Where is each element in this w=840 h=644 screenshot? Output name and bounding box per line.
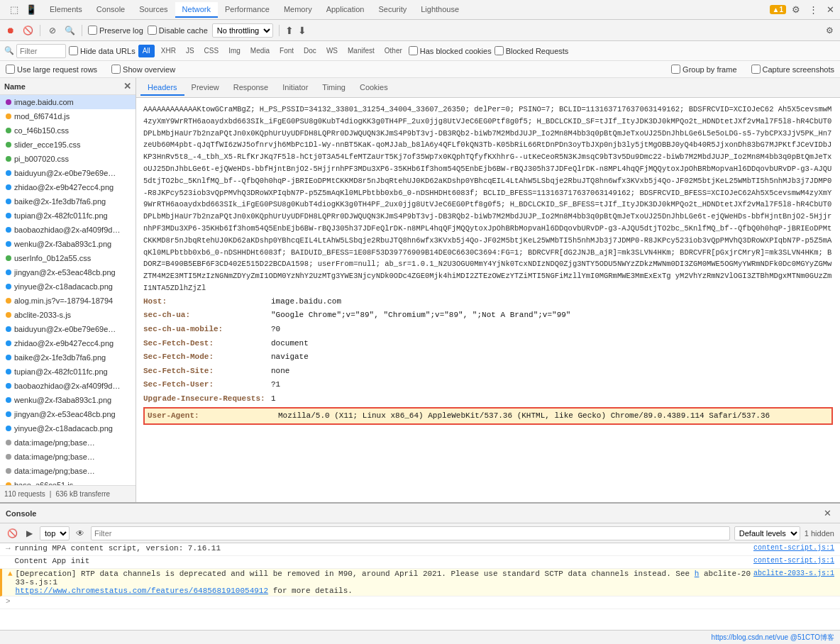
tab-elements[interactable]: Elements bbox=[43, 2, 89, 18]
import-btn[interactable]: ⬆ bbox=[285, 25, 294, 36]
request-item[interactable]: wenku@2x-f3aba893c1.png bbox=[0, 237, 136, 251]
blocked-requests-checkbox[interactable] bbox=[494, 46, 504, 55]
clear-btn[interactable]: 🚫 bbox=[21, 24, 34, 37]
close-panel-btn[interactable]: ✕ bbox=[123, 81, 131, 91]
tab-application[interactable]: Application bbox=[319, 2, 372, 18]
tab-cookies[interactable]: Cookies bbox=[353, 80, 395, 96]
large-rows-checkbox[interactable] bbox=[6, 65, 15, 74]
network-settings-icon[interactable]: ⚙ bbox=[823, 24, 836, 37]
preserve-log-checkbox[interactable] bbox=[88, 26, 97, 35]
disable-cache-checkbox[interactable] bbox=[148, 26, 157, 35]
settings-right-icon[interactable]: ⚙ bbox=[823, 24, 836, 37]
throttling-select[interactable]: No throttling bbox=[212, 23, 273, 38]
console-source-3[interactable]: abclite-2033-s.js:1 bbox=[753, 570, 834, 577]
request-item[interactable]: image.baidu.com bbox=[0, 95, 136, 109]
more-icon[interactable]: ⋮ bbox=[806, 3, 820, 17]
header-field-name: Sec-Fetch-Site: bbox=[143, 365, 271, 378]
request-item[interactable]: alog.min.js?v=-18794-18794 bbox=[0, 294, 136, 308]
filter-ws-btn[interactable]: WS bbox=[323, 45, 341, 57]
record-btn[interactable]: ⏺ bbox=[4, 24, 17, 37]
request-item[interactable]: baiduyun@2x-e0be79e69e… bbox=[0, 322, 136, 336]
preserve-log-label[interactable]: Preserve log bbox=[88, 26, 143, 35]
request-item[interactable]: data:image/png;base… bbox=[0, 464, 136, 478]
console-link-url[interactable]: https://www.chromestatus.com/features/64… bbox=[16, 587, 268, 595]
request-item[interactable]: zhidao@2x-e9b427ecc4.png bbox=[0, 336, 136, 350]
has-blocked-label[interactable]: Has blocked cookies bbox=[409, 46, 492, 55]
tab-initiator[interactable]: Initiator bbox=[275, 80, 315, 96]
tab-preview[interactable]: Preview bbox=[184, 80, 226, 96]
console-link-h[interactable]: h bbox=[695, 570, 700, 578]
tab-response[interactable]: Response bbox=[226, 80, 276, 96]
request-item[interactable]: wenku@2x-f3aba893c1.png bbox=[0, 393, 136, 407]
request-item[interactable]: pi_b007020.css bbox=[0, 152, 136, 166]
request-item[interactable]: baiduyun@2x-e0be79e69e… bbox=[0, 166, 136, 180]
request-item[interactable]: slider_ecce195.css bbox=[0, 138, 136, 152]
tab-performance[interactable]: Performance bbox=[218, 2, 277, 18]
filter-other-btn[interactable]: Other bbox=[381, 45, 406, 57]
console-close-btn[interactable]: ✕ bbox=[820, 506, 834, 521]
request-item[interactable]: co_f46b150.css bbox=[0, 123, 136, 138]
request-item[interactable]: baobaozhidao@2x-af409f9d… bbox=[0, 379, 136, 393]
disable-cache-label[interactable]: Disable cache bbox=[148, 26, 208, 35]
tab-network[interactable]: Network bbox=[175, 2, 218, 18]
filter-icon[interactable]: ⊘ bbox=[46, 24, 59, 37]
request-item[interactable]: mod_6f6741d.js bbox=[0, 109, 136, 123]
group-by-frame-option[interactable]: Group by frame bbox=[671, 65, 736, 74]
tab-memory[interactable]: Memory bbox=[277, 2, 319, 18]
tab-timing[interactable]: Timing bbox=[315, 80, 353, 96]
tab-sources[interactable]: Sources bbox=[132, 2, 175, 18]
filter-css-btn[interactable]: CSS bbox=[201, 45, 223, 57]
request-item[interactable]: tupian@2x-482fc011fc.png bbox=[0, 209, 136, 223]
device-icon[interactable]: 📱 bbox=[24, 3, 38, 17]
large-rows-option[interactable]: Use large request rows bbox=[6, 65, 97, 74]
group-by-frame-checkbox[interactable] bbox=[671, 65, 680, 74]
console-clear-btn[interactable]: 🚫 bbox=[6, 527, 18, 540]
request-item[interactable]: tupian@2x-482fc011fc.png bbox=[0, 365, 136, 379]
request-item[interactable]: baike@2x-1fe3db7fa6.png bbox=[0, 194, 136, 209]
capture-screenshots-option[interactable]: Capture screenshots bbox=[751, 65, 835, 74]
filter-media-btn[interactable]: Media bbox=[247, 45, 273, 57]
filter-xhr-btn[interactable]: XHR bbox=[158, 45, 179, 57]
console-source-2[interactable]: content-script.js:1 bbox=[753, 557, 834, 565]
tab-headers[interactable]: Headers bbox=[140, 80, 184, 96]
close-icon[interactable]: ✕ bbox=[823, 3, 837, 17]
request-item[interactable]: yinyue@2x-c18adacacb.png bbox=[0, 421, 136, 435]
filter-manifest-btn[interactable]: Manifest bbox=[344, 45, 378, 57]
request-item[interactable]: jingyan@2x-e53eac48cb.png bbox=[0, 407, 136, 421]
request-item[interactable]: abclite-2033-s.js bbox=[0, 308, 136, 322]
filter-js-btn[interactable]: JS bbox=[182, 45, 198, 57]
settings-icon[interactable]: ⚙ bbox=[789, 3, 803, 17]
tab-console[interactable]: Console bbox=[89, 2, 132, 18]
request-item[interactable]: baobaozhidao@2x-af409f9d… bbox=[0, 223, 136, 237]
has-blocked-checkbox[interactable] bbox=[409, 46, 418, 55]
request-item[interactable]: data:image/png;base… bbox=[0, 435, 136, 450]
console-context-select[interactable]: top bbox=[40, 526, 70, 540]
search-icon[interactable]: 🔍 bbox=[63, 24, 76, 37]
filter-all-btn[interactable]: All bbox=[138, 45, 155, 57]
console-source-1[interactable]: content-script.js:1 bbox=[753, 544, 834, 552]
request-item[interactable]: data:image/png;base… bbox=[0, 450, 136, 464]
request-item[interactable]: yinyue@2x-c18adacacb.png bbox=[0, 279, 136, 294]
request-item[interactable]: base_a66ce51.js bbox=[0, 478, 136, 485]
request-item[interactable]: zhidao@2x-e9b427ecc4.png bbox=[0, 180, 136, 194]
console-eye-icon[interactable]: 👁 bbox=[74, 527, 87, 540]
request-item[interactable]: userInfo_0b12a55.css bbox=[0, 251, 136, 265]
inspect-icon[interactable]: ⬚ bbox=[7, 3, 21, 17]
hide-data-urls-label[interactable]: Hide data URLs bbox=[69, 46, 136, 55]
request-item[interactable]: jingyan@2x-e53eac48cb.png bbox=[0, 265, 136, 279]
filter-font-btn[interactable]: Font bbox=[276, 45, 297, 57]
hide-data-urls-checkbox[interactable] bbox=[69, 46, 78, 55]
console-filter-input[interactable] bbox=[91, 526, 730, 540]
show-overview-option[interactable]: Show overview bbox=[111, 65, 175, 74]
export-btn[interactable]: ⬇ bbox=[298, 25, 306, 36]
tab-lighthouse[interactable]: Lighthouse bbox=[414, 2, 466, 18]
show-overview-checkbox[interactable] bbox=[111, 65, 121, 74]
filter-img-btn[interactable]: Img bbox=[225, 45, 244, 57]
console-level-select[interactable]: Default levels bbox=[734, 526, 800, 540]
request-item[interactable]: baike@2x-1fe3db7fa6.png bbox=[0, 350, 136, 365]
blocked-requests-label[interactable]: Blocked Requests bbox=[494, 46, 569, 55]
capture-screenshots-checkbox[interactable] bbox=[751, 65, 761, 74]
filter-input[interactable] bbox=[16, 44, 66, 58]
tab-security[interactable]: Security bbox=[371, 2, 414, 18]
filter-doc-btn[interactable]: Doc bbox=[300, 45, 320, 57]
